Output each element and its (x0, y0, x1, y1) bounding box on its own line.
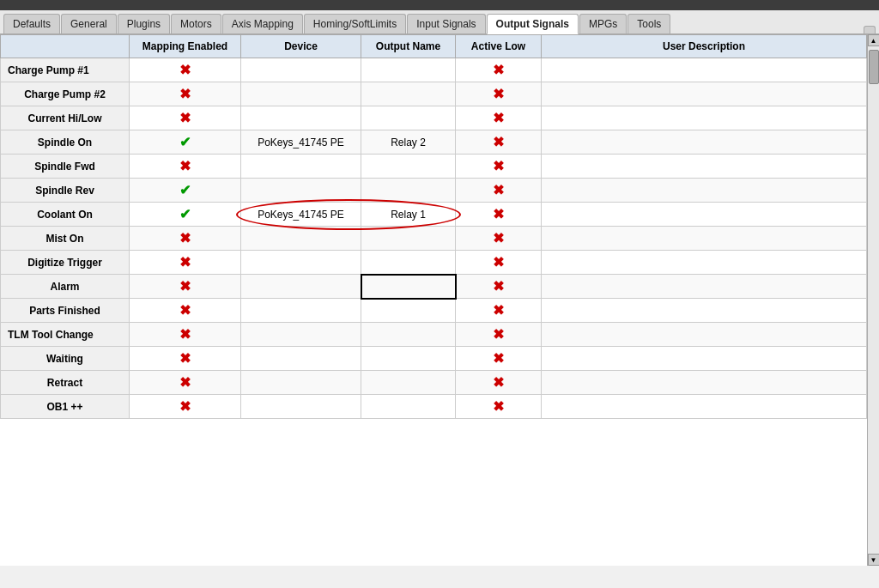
x-icon: ✖ (179, 254, 191, 270)
mapping-enabled-11[interactable]: ✖ (130, 323, 241, 347)
device-0[interactable] (241, 58, 361, 82)
mapping-enabled-13[interactable]: ✖ (130, 371, 241, 395)
scroll-up-button[interactable]: ▲ (868, 34, 880, 46)
active-low-1[interactable]: ✖ (456, 82, 542, 106)
output-name-7[interactable] (361, 227, 456, 251)
row-name-0: Charge Pump #1 (1, 58, 130, 82)
user-desc-9[interactable] (542, 275, 867, 299)
tab-homing-softlimits[interactable]: Homing/SoftLimits (304, 14, 406, 33)
user-desc-0[interactable] (542, 58, 867, 82)
mapping-enabled-9[interactable]: ✖ (130, 275, 241, 299)
scroll-down-button[interactable]: ▼ (868, 554, 880, 566)
tab-general[interactable]: General (61, 14, 117, 33)
tab-defaults[interactable]: Defaults (3, 14, 60, 33)
output-name-10[interactable] (361, 299, 456, 323)
check-icon: ✔ (179, 206, 191, 222)
tab-input-signals[interactable]: Input Signals (407, 14, 485, 33)
tab-motors[interactable]: Motors (171, 14, 221, 33)
active-low-14[interactable]: ✖ (456, 395, 542, 419)
output-name-1[interactable] (361, 82, 456, 106)
row-name-4: Spindle Fwd (1, 155, 130, 179)
user-desc-3[interactable] (542, 130, 867, 155)
active-low-8[interactable]: ✖ (456, 251, 542, 275)
device-8[interactable] (241, 251, 361, 275)
mapping-enabled-12[interactable]: ✖ (130, 347, 241, 371)
output-name-13[interactable] (361, 371, 456, 395)
active-low-11[interactable]: ✖ (456, 323, 542, 347)
x-icon: ✖ (493, 374, 504, 391)
tab-output-signals[interactable]: Output Signals (487, 14, 579, 34)
user-desc-7[interactable] (542, 227, 867, 251)
active-low-0[interactable]: ✖ (456, 58, 542, 82)
active-low-7[interactable]: ✖ (456, 227, 542, 251)
output-name-3[interactable]: Relay 2 (361, 130, 456, 155)
active-low-10[interactable]: ✖ (456, 299, 542, 323)
active-low-5[interactable]: ✖ (456, 179, 542, 203)
active-low-13[interactable]: ✖ (456, 371, 542, 395)
tab-axis-mapping[interactable]: Axis Mapping (222, 14, 303, 33)
device-6[interactable]: PoKeys_41745 PE (241, 203, 361, 227)
output-name-8[interactable] (361, 251, 456, 275)
output-name-0[interactable] (361, 58, 456, 82)
mapping-enabled-6[interactable]: ✔ (130, 203, 241, 227)
row-name-6: Coolant On (1, 203, 130, 227)
active-low-9[interactable]: ✖ (456, 275, 542, 299)
x-icon: ✖ (179, 86, 191, 102)
mapping-enabled-8[interactable]: ✖ (130, 251, 241, 275)
user-desc-11[interactable] (542, 323, 867, 347)
device-1[interactable] (241, 82, 361, 106)
scrollbar-thumb[interactable] (869, 50, 879, 84)
output-name-11[interactable] (361, 323, 456, 347)
user-desc-8[interactable] (542, 251, 867, 275)
device-9[interactable] (241, 275, 361, 299)
scrollbar[interactable]: ▲ ▼ (867, 34, 879, 566)
user-desc-13[interactable] (542, 371, 867, 395)
device-11[interactable] (241, 323, 361, 347)
mapping-enabled-7[interactable]: ✖ (130, 227, 241, 251)
device-7[interactable] (241, 227, 361, 251)
user-desc-10[interactable] (542, 299, 867, 323)
user-desc-5[interactable] (542, 179, 867, 203)
mapping-enabled-10[interactable]: ✖ (130, 299, 241, 323)
table-row: TLM Tool Change✖✖ (1, 323, 867, 347)
device-2[interactable] (241, 106, 361, 130)
active-low-12[interactable]: ✖ (456, 347, 542, 371)
user-desc-1[interactable] (542, 82, 867, 106)
output-name-6[interactable]: Relay 1 (361, 203, 456, 227)
output-name-14[interactable] (361, 395, 456, 419)
device-4[interactable] (241, 155, 361, 179)
output-name-5[interactable] (361, 179, 456, 203)
mapping-enabled-5[interactable]: ✔ (130, 179, 241, 203)
mapping-enabled-0[interactable]: ✖ (130, 58, 241, 82)
output-name-9[interactable] (361, 275, 456, 299)
device-3[interactable]: PoKeys_41745 PE (241, 130, 361, 155)
mapping-enabled-3[interactable]: ✔ (130, 130, 241, 155)
device-14[interactable] (241, 395, 361, 419)
active-low-2[interactable]: ✖ (456, 106, 542, 130)
tab-tools[interactable]: Tools (627, 14, 670, 33)
output-name-2[interactable] (361, 106, 456, 130)
mapping-enabled-14[interactable]: ✖ (130, 395, 241, 419)
device-12[interactable] (241, 347, 361, 371)
active-low-3[interactable]: ✖ (456, 130, 542, 155)
user-desc-14[interactable] (542, 395, 867, 419)
mapping-enabled-2[interactable]: ✖ (130, 106, 241, 130)
active-low-4[interactable]: ✖ (456, 155, 542, 179)
active-low-6[interactable]: ✖ (456, 203, 542, 227)
tab-plugins[interactable]: Plugins (118, 14, 170, 33)
output-name-4[interactable] (361, 155, 456, 179)
device-13[interactable] (241, 371, 361, 395)
device-10[interactable] (241, 299, 361, 323)
tab-more-button[interactable] (864, 26, 876, 33)
device-5[interactable] (241, 179, 361, 203)
output-name-12[interactable] (361, 347, 456, 371)
mapping-enabled-4[interactable]: ✖ (130, 155, 241, 179)
user-desc-6[interactable] (542, 203, 867, 227)
table-container[interactable]: Mapping EnabledDeviceOutput NameActive L… (0, 34, 867, 566)
tab-mpgs[interactable]: MPGs (579, 14, 627, 33)
col-header-0 (1, 35, 130, 58)
user-desc-12[interactable] (542, 347, 867, 371)
user-desc-4[interactable] (542, 155, 867, 179)
user-desc-2[interactable] (542, 106, 867, 130)
mapping-enabled-1[interactable]: ✖ (130, 82, 241, 106)
